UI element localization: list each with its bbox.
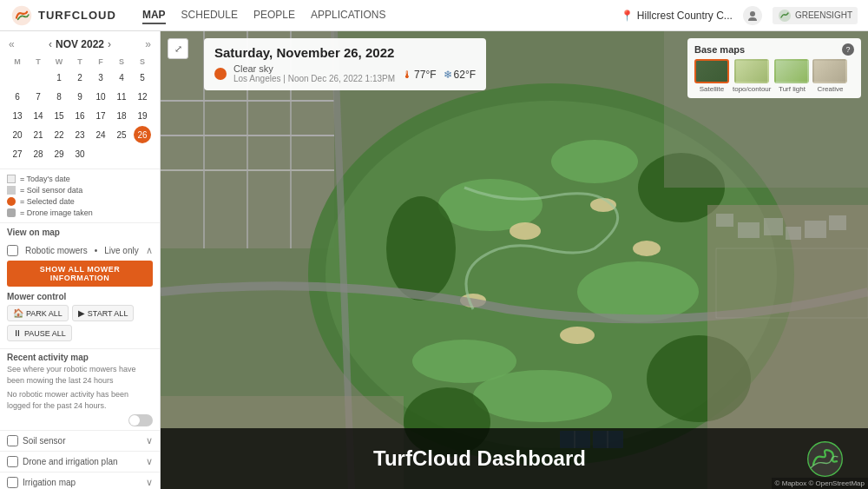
show-mower-btn[interactable]: SHOW ALL MOWER INFORMATION bbox=[7, 261, 153, 287]
drone-irrigation-expand-btn[interactable]: ∨ bbox=[146, 456, 153, 467]
user-icon[interactable] bbox=[743, 6, 762, 25]
cal-day-14[interactable]: 14 bbox=[30, 107, 47, 124]
legend-selected: = Selected date bbox=[7, 197, 153, 206]
drone-irrigation-row: Drone and irrigation plan bbox=[7, 456, 118, 467]
cal-day-25[interactable]: 25 bbox=[113, 126, 130, 143]
cal-day-3[interactable]: 3 bbox=[92, 69, 109, 86]
cal-day-9[interactable]: 9 bbox=[71, 88, 89, 105]
park-all-label: PARK ALL bbox=[26, 309, 62, 318]
cal-day-21[interactable]: 21 bbox=[30, 126, 47, 143]
basemap-topo[interactable]: topo/contour bbox=[733, 59, 771, 93]
nav-people[interactable]: PEOPLE bbox=[253, 7, 295, 24]
svg-point-42 bbox=[807, 441, 842, 476]
soil-sensor-checkbox[interactable] bbox=[7, 435, 18, 446]
drone-irrigation-checkbox[interactable] bbox=[7, 456, 18, 467]
cal-day-26[interactable]: 26 bbox=[134, 126, 151, 143]
map-controls: ⤢ bbox=[168, 38, 188, 59]
cal-day-16[interactable]: 16 bbox=[71, 107, 89, 124]
nav-map[interactable]: MAP bbox=[142, 7, 166, 24]
cal-day-2[interactable]: 2 bbox=[71, 69, 89, 86]
calendar-header: « ‹ NOV 2022 › » bbox=[7, 36, 153, 52]
soil-sensor-row: Soil sensor bbox=[7, 435, 65, 446]
view-on-map-label: View on map bbox=[7, 228, 60, 237]
irrigation-map-checkbox[interactable] bbox=[7, 477, 18, 488]
cal-day-13[interactable]: 13 bbox=[9, 107, 26, 124]
location-pin-icon: 📍 bbox=[621, 10, 634, 22]
activity-toggle[interactable] bbox=[128, 414, 153, 426]
irrigation-map-label: Irrigation map bbox=[23, 478, 76, 487]
cal-day-10[interactable]: 10 bbox=[92, 88, 109, 105]
cal-day-20[interactable]: 20 bbox=[9, 126, 26, 143]
cal-day-17[interactable]: 17 bbox=[92, 107, 109, 124]
svg-rect-29 bbox=[716, 214, 733, 227]
basemap-creative[interactable]: Creative bbox=[812, 59, 847, 93]
cal-day-7[interactable]: 7 bbox=[30, 88, 47, 105]
pause-all-label: PAUSE ALL bbox=[24, 329, 66, 338]
park-all-btn[interactable]: 🏠 PARK ALL bbox=[7, 305, 69, 321]
cal-day-27[interactable]: 27 bbox=[9, 145, 26, 162]
temp-high: 🌡 77°F bbox=[402, 69, 436, 81]
soil-sensor-section[interactable]: Soil sensor ∨ bbox=[0, 430, 160, 451]
cal-day-30[interactable]: 30 bbox=[71, 145, 89, 162]
cal-day-11[interactable]: 11 bbox=[113, 88, 130, 105]
recent-activity-section: Recent activity map See where your robot… bbox=[0, 348, 160, 430]
nav-applications[interactable]: APPLICATIONS bbox=[311, 7, 385, 24]
legend-soil-label: = Soil sensor data bbox=[20, 186, 82, 195]
calendar-days: 1 2 3 4 5 6 7 8 9 10 11 12 13 14 15 bbox=[7, 68, 153, 163]
start-all-btn[interactable]: ▶ START ALL bbox=[72, 305, 135, 321]
weather-condition-icon bbox=[214, 68, 227, 80]
cal-day-19[interactable]: 19 bbox=[134, 107, 151, 124]
mower-section: Robotic mowers • Live only ∧ SHOW ALL MO… bbox=[0, 241, 160, 348]
irrigation-map-row: Irrigation map bbox=[7, 477, 76, 488]
cal-day-29[interactable]: 29 bbox=[50, 145, 68, 162]
basemap-creative-label: Creative bbox=[818, 85, 844, 93]
svg-point-16 bbox=[577, 261, 699, 322]
cal-day-23[interactable]: 23 bbox=[71, 126, 89, 143]
drone-irrigation-section[interactable]: Drone and irrigation plan ∨ bbox=[0, 451, 160, 472]
sidebar: « ‹ NOV 2022 › » M T W T F S S bbox=[0, 31, 161, 489]
irrigation-map-section[interactable]: Irrigation map ∨ bbox=[0, 472, 160, 489]
cal-day-empty3 bbox=[92, 145, 109, 162]
help-icon[interactable]: ? bbox=[842, 43, 854, 56]
mower-collapse-btn[interactable]: ∧ bbox=[146, 245, 153, 256]
temp-low-value: 62°F bbox=[454, 69, 476, 81]
temp-high-icon: 🌡 bbox=[402, 69, 412, 81]
svg-rect-33 bbox=[805, 221, 826, 238]
cal-day-4[interactable]: 4 bbox=[113, 69, 130, 86]
map-area[interactable]: ⤢ Saturday, November 26, 2022 Clear sky … bbox=[161, 31, 868, 489]
expand-map-btn[interactable]: ⤢ bbox=[168, 38, 188, 59]
basemap-satellite-label: Satellite bbox=[700, 85, 724, 93]
cal-day-24[interactable]: 24 bbox=[92, 126, 109, 143]
turfcloud-dashboard-logo bbox=[799, 437, 851, 480]
basemap-turflight[interactable]: Turf light bbox=[774, 59, 809, 93]
prev-year-btn[interactable]: « bbox=[7, 36, 16, 52]
svg-point-23 bbox=[633, 241, 661, 256]
nav-schedule[interactable]: SCHEDULE bbox=[181, 7, 238, 24]
cal-day-28[interactable]: 28 bbox=[30, 145, 47, 162]
basemap-satellite[interactable]: Satellite bbox=[694, 59, 729, 93]
mower-checkbox-row: Robotic mowers • Live only bbox=[7, 245, 139, 256]
start-all-label: START ALL bbox=[88, 309, 128, 318]
cal-day-5[interactable]: 5 bbox=[134, 69, 151, 86]
cal-day-18[interactable]: 18 bbox=[113, 107, 130, 124]
no-activity-text: No robotic mower activity has been logge… bbox=[7, 389, 153, 411]
day-name-s2: S bbox=[132, 56, 153, 68]
next-year-btn[interactable]: » bbox=[143, 36, 153, 52]
greensight-label: GREENSIGHT bbox=[795, 10, 852, 20]
cal-day-22[interactable]: 22 bbox=[50, 126, 68, 143]
cal-day-6[interactable]: 6 bbox=[9, 88, 26, 105]
cal-day-8[interactable]: 8 bbox=[50, 88, 68, 105]
cal-day-1[interactable]: 1 bbox=[50, 69, 68, 86]
soil-sensor-expand-btn[interactable]: ∨ bbox=[146, 435, 153, 446]
prev-month-btn[interactable]: ‹ bbox=[47, 36, 54, 52]
next-month-btn[interactable]: › bbox=[106, 36, 113, 52]
irrigation-map-expand-btn[interactable]: ∨ bbox=[146, 477, 153, 488]
svg-point-15 bbox=[551, 140, 638, 183]
robotic-mowers-checkbox[interactable] bbox=[7, 245, 18, 256]
cal-day-15[interactable]: 15 bbox=[50, 107, 68, 124]
cal-day-12[interactable]: 12 bbox=[134, 88, 151, 105]
pause-all-btn[interactable]: ⏸ PAUSE ALL bbox=[7, 325, 72, 341]
location-button[interactable]: 📍 Hillcrest Country C... bbox=[621, 10, 733, 22]
cal-day-empty5 bbox=[134, 145, 151, 162]
dashboard-overlay: TurfCloud Dashboard bbox=[161, 428, 868, 489]
